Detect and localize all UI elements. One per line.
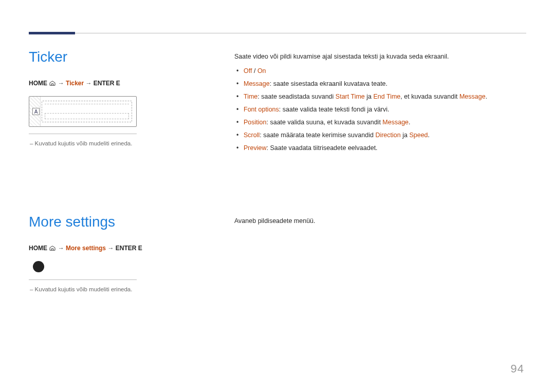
ticker-schematic: A: [29, 96, 137, 127]
arrow-icon: →: [58, 80, 66, 87]
bullet-message: Message: saate sisestada ekraanil kuvata…: [244, 79, 524, 89]
more-caption: Kuvatud kujutis võib mudeliti erineda.: [30, 286, 203, 292]
arrow-icon: →: [58, 245, 66, 252]
breadcrumb-enter: ENTER E: [94, 80, 120, 87]
bullet-off-on: Off / On: [244, 66, 524, 76]
figure-divider: [29, 134, 137, 134]
section-ticker-right: Saate video või pildi kuvamise ajal sise…: [234, 51, 524, 156]
bullet-position: Position: saate valida suuna, et kuvada …: [244, 117, 524, 127]
breadcrumb-enter: ENTER E: [116, 245, 142, 252]
breadcrumb-home: HOME: [29, 80, 47, 87]
arrow-icon: →: [107, 245, 115, 252]
ticker-caption: Kuvatud kujutis võib mudeliti erineda.: [30, 140, 203, 146]
section-more-right: Avaneb pildiseadete menüü.: [234, 216, 524, 230]
bullet-font-options: Font options: saate valida teate teksti …: [244, 104, 524, 115]
section-more-left: More settings HOME → More settings → ENT…: [29, 214, 203, 292]
bullet-scroll: Scroll: saate määrata teate kerimise suv…: [244, 130, 524, 140]
more-settings-heading: More settings: [29, 214, 203, 230]
ticker-breadcrumb: HOME → Ticker → ENTER E: [29, 80, 203, 87]
section-ticker-left: Ticker HOME → Ticker → ENTER E A Kuvatud…: [29, 49, 203, 146]
page-number: 94: [511, 362, 524, 376]
more-breadcrumb: HOME → More settings → ENTER E: [29, 245, 203, 252]
ticker-heading: Ticker: [29, 49, 203, 65]
figure-divider: [29, 279, 137, 280]
breadcrumb-home: HOME: [29, 245, 47, 252]
ticker-bullets: Off / On Message: saate sisestada ekraan…: [234, 66, 524, 153]
header-rule: [29, 33, 526, 33]
more-intro: Avaneb pildiseadete menüü.: [234, 216, 524, 226]
schematic-label-a: A: [32, 108, 40, 115]
ticker-schematic-figure: A: [29, 96, 137, 127]
arrow-icon: →: [86, 80, 94, 87]
home-icon: [49, 81, 56, 86]
breadcrumb-ticker: Ticker: [66, 80, 84, 87]
more-settings-icon: [33, 261, 44, 272]
bullet-preview: Preview: Saate vaadata tiitriseadete eel…: [244, 143, 524, 153]
breadcrumb-more-settings: More settings: [66, 245, 106, 252]
bullet-time: Time: saate seadistada suvandi Start Tim…: [244, 91, 524, 102]
header-accent: [29, 32, 75, 34]
home-icon: [49, 246, 56, 251]
ticker-intro: Saate video või pildi kuvamise ajal sise…: [234, 51, 524, 62]
